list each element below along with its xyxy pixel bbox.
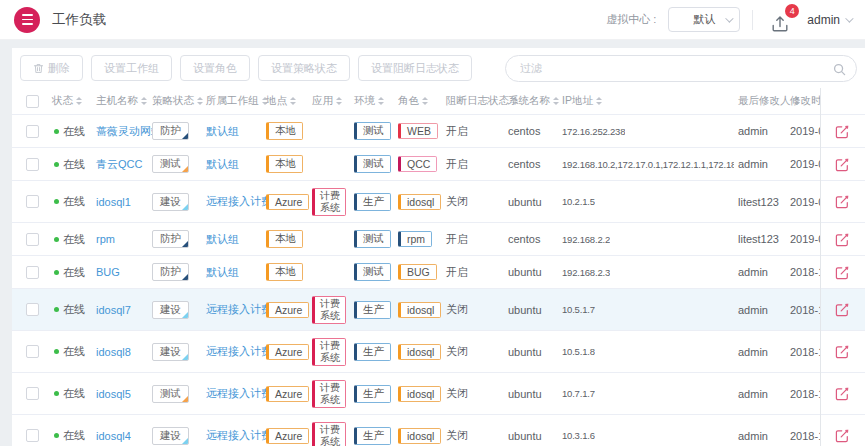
row-checkbox[interactable] — [26, 345, 39, 358]
column-header-10[interactable]: IP地址 — [562, 94, 738, 108]
column-header-label: 应用 — [312, 94, 333, 108]
block-log-status: 关闭 — [446, 428, 468, 443]
row-checkbox[interactable] — [26, 233, 39, 246]
workgroup-link[interactable]: 远程接入计费 — [206, 344, 272, 359]
workgroup-link[interactable]: 远程接入计费 — [206, 428, 272, 443]
toolbar-button-3[interactable]: 设置策略状态 — [258, 55, 350, 81]
row-checkbox[interactable] — [26, 195, 39, 208]
sort-caret-icon[interactable] — [336, 97, 342, 105]
row-checkbox[interactable] — [26, 387, 39, 400]
workgroup-link[interactable]: 默认组 — [206, 232, 239, 247]
user-menu[interactable]: admin — [807, 13, 851, 27]
edit-icon[interactable] — [835, 157, 850, 172]
last-modifier: admin — [738, 158, 768, 170]
location-tag: 本地 — [266, 230, 303, 248]
column-header-12[interactable]: 修改时间 — [790, 94, 820, 108]
sort-caret-icon[interactable] — [76, 97, 82, 105]
column-header-label: 系统名称 — [508, 94, 550, 108]
column-header-9[interactable]: 系统名称 — [508, 94, 562, 108]
toolbar-button-2[interactable]: 设置角色 — [180, 55, 250, 81]
sort-caret-icon[interactable] — [290, 97, 296, 105]
edit-icon[interactable] — [835, 265, 850, 280]
row-checkbox[interactable] — [26, 266, 39, 279]
column-header-0[interactable]: 状态 — [52, 94, 96, 108]
workgroup-link[interactable]: 默认组 — [206, 124, 239, 139]
column-header-5[interactable]: 应用 — [312, 94, 354, 108]
ip-address: 10.7.1.7 — [562, 388, 595, 399]
role-tag: idosql — [398, 302, 441, 318]
table-row: 在线BUG防护默认组本地测试BUG开启ubuntu192.168.2.3admi… — [12, 256, 865, 289]
user-name: admin — [807, 13, 840, 27]
block-log-status: 开启 — [446, 265, 468, 280]
modify-time: 2019-01- — [790, 196, 820, 208]
app-logo[interactable] — [14, 7, 40, 33]
system-name: ubuntu — [508, 388, 542, 400]
system-name: centos — [508, 125, 540, 137]
hostname-link[interactable]: idosql7 — [96, 304, 131, 316]
online-status-dot — [54, 270, 59, 275]
role-tag: idosql — [398, 428, 441, 444]
hostname-link[interactable]: 青云QCC — [96, 157, 142, 172]
row-action-cell — [820, 373, 865, 414]
toolbar-buttons: 删除设置工作组设置角色设置策略状态设置阻断日志状态 — [20, 55, 480, 81]
virtual-center-select[interactable]: 默认 — [668, 7, 740, 32]
sort-caret-icon[interactable] — [378, 97, 384, 105]
modify-time: 2019-01- — [790, 233, 820, 245]
sort-caret-icon[interactable] — [422, 97, 428, 105]
column-header-11[interactable]: 最后修改人 — [738, 94, 790, 108]
application-tag: 计费系统 — [312, 422, 346, 446]
edit-icon[interactable] — [835, 386, 850, 401]
edit-icon[interactable] — [835, 428, 850, 443]
hostname-link[interactable]: idosql5 — [96, 388, 131, 400]
toolbar-button-label: 设置策略状态 — [271, 61, 337, 76]
sort-caret-icon[interactable] — [141, 97, 147, 105]
table-row: 在线idosql7建设远程接入计费Azure计费系统生产idosql关闭ubun… — [12, 289, 865, 331]
hostname-link[interactable]: idosql8 — [96, 346, 131, 358]
column-header-4[interactable]: 地点 — [266, 94, 312, 108]
sort-caret-icon[interactable] — [553, 97, 559, 105]
workgroup-link[interactable]: 远程接入计费 — [206, 386, 272, 401]
edit-icon[interactable] — [835, 302, 850, 317]
workgroup-link[interactable]: 默认组 — [206, 157, 239, 172]
edit-icon[interactable] — [835, 232, 850, 247]
edit-icon[interactable] — [835, 194, 850, 209]
row-checkbox[interactable] — [26, 303, 39, 316]
edit-icon[interactable] — [835, 124, 850, 139]
sort-caret-icon[interactable] — [197, 97, 203, 105]
row-checkbox[interactable] — [26, 158, 39, 171]
status-text: 在线 — [63, 157, 85, 172]
online-status-dot — [54, 349, 59, 354]
toolbar-button-4[interactable]: 设置阻断日志状态 — [358, 55, 472, 81]
status-text: 在线 — [63, 386, 85, 401]
row-checkbox[interactable] — [26, 429, 39, 442]
column-header-8[interactable]: 阻断日志状态 — [446, 94, 508, 108]
row-checkbox[interactable] — [26, 125, 39, 138]
column-header-3[interactable]: 所属工作组 — [206, 94, 266, 108]
hostname-link[interactable]: rpm — [96, 233, 115, 245]
toolbar-button-0[interactable]: 删除 — [20, 55, 83, 81]
column-header-2[interactable]: 策略状态 — [152, 94, 206, 108]
virtual-center-value: 默认 — [683, 12, 725, 27]
edit-icon[interactable] — [835, 344, 850, 359]
column-header-6[interactable]: 环境 — [354, 94, 398, 108]
workgroup-link[interactable]: 远程接入计费 — [206, 194, 272, 209]
table-header-row: 状态 主机名称 策略状态 所属工作组 地点 应用 环境 角色 阻断日志状态 系统… — [12, 88, 865, 115]
workgroup-link[interactable]: 默认组 — [206, 265, 239, 280]
filter-input[interactable] — [505, 55, 857, 82]
column-header-1[interactable]: 主机名称 — [96, 94, 152, 108]
vertical-scrollbar[interactable] — [820, 88, 821, 446]
hostname-link[interactable]: BUG — [96, 266, 120, 278]
hostname-link[interactable]: idosql1 — [96, 196, 131, 208]
toolbar-button-label: 设置工作组 — [104, 61, 159, 76]
sort-caret-icon[interactable] — [596, 97, 602, 105]
select-all-checkbox[interactable] — [26, 95, 39, 108]
system-name: ubuntu — [508, 346, 542, 358]
status-text: 在线 — [63, 124, 85, 139]
workgroup-link[interactable]: 远程接入计费 — [206, 302, 272, 317]
column-header-7[interactable]: 角色 — [398, 94, 446, 108]
hostname-link[interactable]: idosql4 — [96, 430, 131, 442]
notification-button[interactable]: 4 — [765, 6, 795, 34]
table-row: 在线idosql4建设远程接入计费Azure计费系统生产idosql关闭ubun… — [12, 415, 865, 446]
toolbar-button-1[interactable]: 设置工作组 — [91, 55, 172, 81]
status-text: 在线 — [63, 265, 85, 280]
